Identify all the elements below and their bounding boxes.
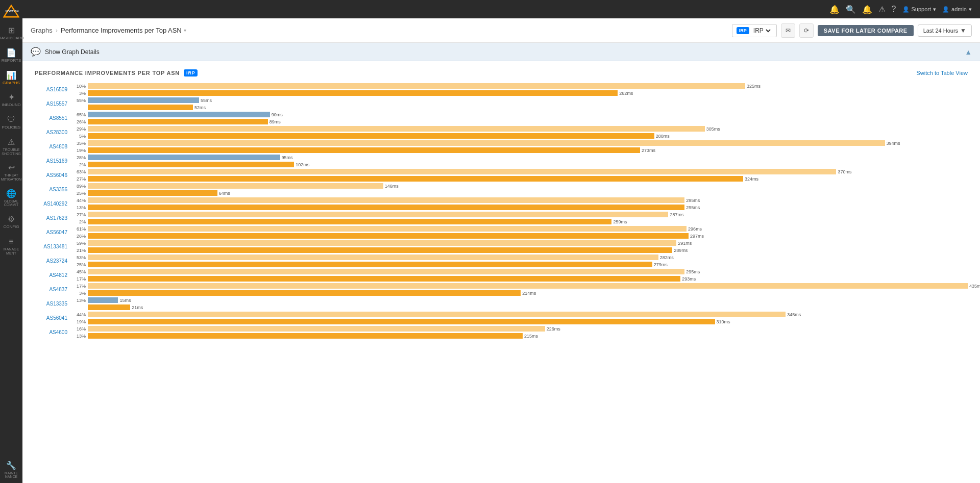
- asn-label[interactable]: AS56046: [35, 172, 71, 178]
- warning-icon[interactable]: ⚠: [878, 5, 886, 14]
- asn-label[interactable]: AS4808: [35, 144, 71, 149]
- asn-label[interactable]: AS15169: [35, 158, 71, 164]
- help-icon[interactable]: ?: [892, 5, 896, 14]
- ms-value: 310ms: [715, 319, 730, 324]
- sidebar-item-inbound[interactable]: ✦ INBOUND: [0, 89, 22, 112]
- refresh-button[interactable]: ⟳: [799, 23, 814, 38]
- asn-label[interactable]: AS4812: [35, 272, 71, 278]
- ms-value: 345ms: [786, 312, 801, 317]
- table-row: AS855165%90ms26%89ms: [35, 111, 968, 125]
- sidebar-item-reports[interactable]: 📄 REPORTS: [0, 45, 22, 67]
- search-icon[interactable]: 🔍: [846, 5, 856, 14]
- ms-value: 89ms: [268, 119, 281, 124]
- top-navigation: 🔔 🔍 🔔 ⚠ ? 👤 Support ▾ 👤 admin ▾: [22, 0, 980, 18]
- sidebar-item-global[interactable]: 🌐 GLOBAL COMMIT: [0, 186, 22, 211]
- asn-label[interactable]: AS56047: [35, 230, 71, 235]
- asn-label[interactable]: AS3356: [35, 187, 71, 192]
- collapse-icon[interactable]: ▲: [965, 48, 972, 56]
- asn-label[interactable]: AS16509: [35, 87, 71, 92]
- save-for-later-compare-button[interactable]: SAVE FOR LATER COMPARE: [818, 25, 914, 36]
- table-row: AS1555755%55ms52ms: [35, 97, 968, 111]
- sidebar-item-dashboard[interactable]: ⊞ DASHBOARD: [0, 22, 22, 45]
- sidebar-item-policies[interactable]: 🛡 POLICIES: [0, 112, 22, 134]
- ms-value: 295ms: [684, 205, 700, 210]
- bell-icon[interactable]: 🔔: [829, 5, 840, 14]
- asn-label[interactable]: AS4837: [35, 287, 71, 292]
- sidebar: NOCTION ⊞ DASHBOARD 📄 REPORTS 📊 GRAPHS ✦…: [0, 0, 22, 483]
- support-icon: 👤: [902, 6, 910, 13]
- sidebar-item-trouble[interactable]: ⚠ TROUBLE SHOOTING: [0, 134, 22, 160]
- asn-label[interactable]: AS17623: [35, 215, 71, 221]
- email-button[interactable]: ✉: [781, 23, 795, 38]
- ms-value: 273ms: [640, 148, 655, 153]
- policies-icon: 🛡: [7, 116, 15, 124]
- breadcrumb: Graphs › Performance Improvements per To…: [31, 27, 186, 34]
- ms-value: 295ms: [684, 269, 700, 274]
- table-row: AS5604761%296ms26%297ms: [35, 225, 968, 239]
- admin-chevron-icon: ▾: [969, 6, 972, 13]
- admin-button[interactable]: 👤 admin ▾: [942, 6, 972, 13]
- ms-value: 325ms: [745, 84, 761, 89]
- asn-label[interactable]: AS28300: [35, 130, 71, 135]
- ms-value: 215ms: [523, 334, 538, 339]
- manage-icon: ≡: [9, 238, 13, 246]
- chart-irp-badge: IRP: [184, 69, 198, 77]
- table-row: AS1650910%325ms3%262ms: [35, 83, 968, 96]
- asn-label[interactable]: AS4600: [35, 329, 71, 335]
- time-filter-button[interactable]: Last 24 Hours ▼: [918, 24, 972, 37]
- ms-value: 293ms: [680, 276, 696, 282]
- asn-label[interactable]: AS140292: [35, 201, 71, 207]
- table-row: AS5604144%345ms19%310ms: [35, 311, 968, 325]
- reports-icon: 📄: [6, 49, 16, 57]
- support-button[interactable]: 👤 Support ▾: [902, 6, 937, 13]
- ms-value: 291ms: [676, 241, 692, 246]
- chart-area: PERFORMANCE IMPROVEMENTS PER TOP ASN IRP…: [22, 61, 980, 483]
- table-row: AS1333513%15ms21ms: [35, 297, 968, 311]
- ms-value: 262ms: [618, 91, 633, 96]
- asn-label[interactable]: AS13335: [35, 301, 71, 307]
- admin-icon: 👤: [942, 6, 949, 13]
- ms-value: 305ms: [705, 126, 720, 132]
- main-content: 🔔 🔍 🔔 ⚠ ? 👤 Support ▾ 👤 admin ▾ Graphs ›…: [22, 0, 980, 483]
- ms-value: 52ms: [193, 105, 206, 110]
- show-graph-details-toggle[interactable]: 💬 Show Graph Details: [31, 47, 100, 57]
- irp-selector[interactable]: IRP IRP: [732, 24, 777, 37]
- sidebar-item-config[interactable]: ⚙ CONFIG: [0, 211, 22, 234]
- table-row: AS460016%226ms13%215ms: [35, 325, 968, 339]
- ms-value: 226ms: [545, 326, 560, 332]
- asn-label[interactable]: AS8551: [35, 115, 71, 121]
- sidebar-item-maintenance[interactable]: 🔧 MAINTE NANCE: [0, 457, 22, 483]
- breadcrumb-graphs[interactable]: Graphs: [31, 27, 53, 34]
- ms-value: 95ms: [280, 155, 293, 160]
- svg-text:NOCTION: NOCTION: [6, 10, 19, 13]
- ms-value: 289ms: [672, 248, 688, 253]
- support-chevron-icon: ▾: [933, 6, 936, 13]
- ms-value: 279ms: [652, 262, 668, 267]
- alert-bell-icon[interactable]: 🔔: [862, 5, 872, 14]
- ms-value: 280ms: [654, 134, 670, 139]
- ms-value: 55ms: [199, 98, 212, 103]
- page-title-chevron-icon[interactable]: ▾: [184, 28, 186, 33]
- sidebar-item-threat[interactable]: ↩ THREAT MITIGATION: [0, 160, 22, 185]
- asn-label[interactable]: AS23724: [35, 258, 71, 264]
- threat-icon: ↩: [8, 164, 15, 172]
- filter-icon: ▼: [960, 27, 966, 34]
- table-row: AS1762327%287ms2%259ms: [35, 211, 968, 225]
- asn-label[interactable]: AS15557: [35, 101, 71, 107]
- breadcrumb-current-page: Performance Improvements per Top ASN ▾: [61, 27, 186, 34]
- table-row: AS1516928%95ms2%102ms: [35, 154, 968, 168]
- ms-value: 259ms: [611, 219, 627, 224]
- graph-details-bar: 💬 Show Graph Details ▲: [22, 43, 980, 61]
- irp-dropdown[interactable]: IRP: [751, 27, 772, 35]
- sidebar-item-manage[interactable]: ≡ MANAGE MENT: [0, 234, 22, 259]
- table-row: AS483717%435ms3%214ms: [35, 283, 968, 296]
- switch-to-table-view-link[interactable]: Switch to Table View: [917, 70, 968, 76]
- breadcrumb-arrow-icon: ›: [56, 27, 58, 34]
- chart-title: PERFORMANCE IMPROVEMENTS PER TOP ASN IRP: [35, 69, 198, 77]
- asn-label[interactable]: AS133481: [35, 244, 71, 249]
- asn-label[interactable]: AS56041: [35, 315, 71, 321]
- sidebar-item-graphs[interactable]: 📊 GRAPHS: [0, 67, 22, 90]
- ms-value: 370ms: [836, 169, 851, 174]
- dashboard-icon: ⊞: [8, 27, 15, 35]
- ms-value: 102ms: [294, 162, 309, 167]
